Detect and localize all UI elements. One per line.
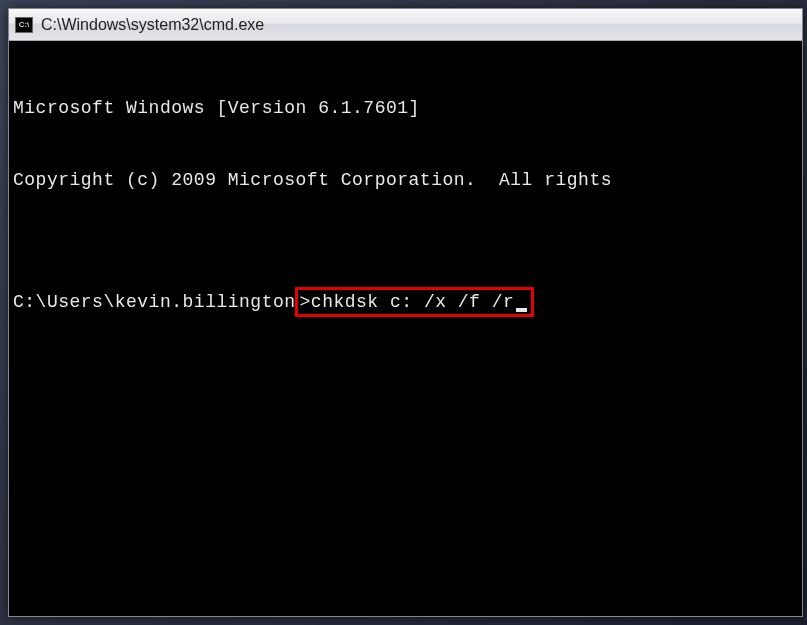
titlebar[interactable]: C:\ C:\Windows\system32\cmd.exe bbox=[9, 9, 802, 41]
window-title: C:\Windows\system32\cmd.exe bbox=[41, 16, 264, 34]
command-highlight: >chkdsk c: /x /f /r bbox=[295, 287, 535, 317]
prompt-line: C:\Users\kevin.billington>chkdsk c: /x /… bbox=[13, 290, 798, 314]
terminal-area[interactable]: Microsoft Windows [Version 6.1.7601] Cop… bbox=[9, 41, 802, 616]
cmd-icon: C:\ bbox=[15, 17, 33, 33]
copyright-line: Copyright (c) 2009 Microsoft Corporation… bbox=[13, 168, 798, 192]
prompt-path: C:\Users\kevin.billington bbox=[13, 292, 296, 312]
typed-command: chkdsk c: /x /f /r bbox=[311, 292, 514, 312]
version-line: Microsoft Windows [Version 6.1.7601] bbox=[13, 96, 798, 120]
cursor bbox=[516, 308, 527, 312]
command-prompt-window: C:\ C:\Windows\system32\cmd.exe Microsof… bbox=[8, 8, 803, 617]
prompt-symbol: > bbox=[300, 292, 311, 312]
